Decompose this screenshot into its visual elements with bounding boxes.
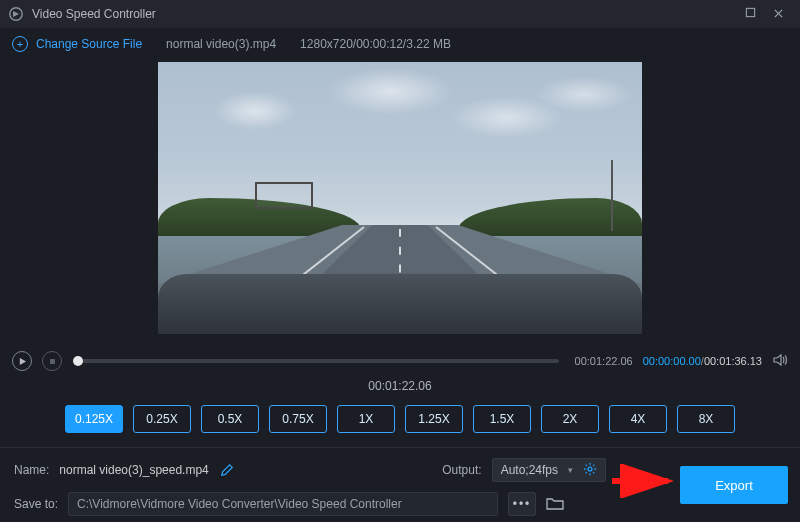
svg-point-8 (588, 467, 592, 471)
annotation-arrow-icon (610, 464, 680, 498)
speed-0-125x[interactable]: 0.125X (65, 405, 123, 433)
save-path-field[interactable]: C:\Vidmore\Vidmore Video Converter\Video… (68, 492, 498, 516)
output-label: Output: (442, 463, 481, 477)
play-button[interactable] (12, 351, 32, 371)
speed-1-25x[interactable]: 1.25X (405, 405, 463, 433)
rename-button[interactable] (219, 462, 235, 478)
volume-icon[interactable] (772, 352, 788, 370)
export-button[interactable]: Export (680, 466, 788, 504)
speed-2x[interactable]: 2X (541, 405, 599, 433)
app-logo-icon (8, 6, 24, 22)
source-fileinfo: 1280x720/00:00:12/3.22 MB (300, 37, 451, 51)
browse-more-button[interactable]: ••• (508, 492, 536, 516)
seek-knob[interactable] (73, 356, 83, 366)
svg-rect-7 (50, 359, 55, 364)
output-filename: normal video(3)_speed.mp4 (59, 463, 208, 477)
seek-slider[interactable] (78, 359, 559, 363)
time-start: 00:00:00.00 (643, 355, 701, 367)
output-settings-button[interactable] (583, 462, 597, 479)
preview-timestamp: 00:01:22.06 (0, 377, 800, 399)
speed-1x[interactable]: 1X (337, 405, 395, 433)
output-format-value: Auto;24fps (501, 463, 558, 477)
video-preview[interactable] (158, 62, 642, 334)
save-to-label: Save to: (14, 497, 58, 511)
speed-0-5x[interactable]: 0.5X (201, 405, 259, 433)
speed-row: 0.125X0.25X0.5X0.75X1X1.25X1.5X2X4X8X (0, 399, 800, 447)
source-filename: normal video(3).mp4 (166, 37, 276, 51)
video-preview-area (0, 60, 800, 345)
speed-4x[interactable]: 4X (609, 405, 667, 433)
name-label: Name: (14, 463, 49, 477)
plus-circle-icon: + (12, 36, 28, 52)
titlebar: Video Speed Controller (0, 0, 800, 28)
chevron-down-icon: ▾ (568, 465, 573, 475)
time-current: 00:01:22.06 (575, 355, 633, 367)
output-format-select[interactable]: Auto;24fps ▾ (492, 458, 606, 482)
change-source-button[interactable]: + Change Source File (12, 36, 142, 52)
playback-bar: 00:01:22.06 00:00:00.00/00:01:36.13 (0, 345, 800, 377)
svg-rect-1 (746, 8, 754, 16)
speed-0-25x[interactable]: 0.25X (133, 405, 191, 433)
speed-1-5x[interactable]: 1.5X (473, 405, 531, 433)
stop-button[interactable] (42, 351, 62, 371)
speed-8x[interactable]: 8X (677, 405, 735, 433)
window-maximize-button[interactable] (736, 7, 764, 21)
save-path-value: C:\Vidmore\Vidmore Video Converter\Video… (77, 497, 402, 511)
time-total: 00:01:36.13 (704, 355, 762, 367)
open-folder-button[interactable] (546, 496, 566, 513)
window-close-button[interactable] (764, 6, 792, 22)
speed-0-75x[interactable]: 0.75X (269, 405, 327, 433)
window-title: Video Speed Controller (32, 7, 736, 21)
source-bar: + Change Source File normal video(3).mp4… (0, 28, 800, 60)
change-source-label: Change Source File (36, 37, 142, 51)
